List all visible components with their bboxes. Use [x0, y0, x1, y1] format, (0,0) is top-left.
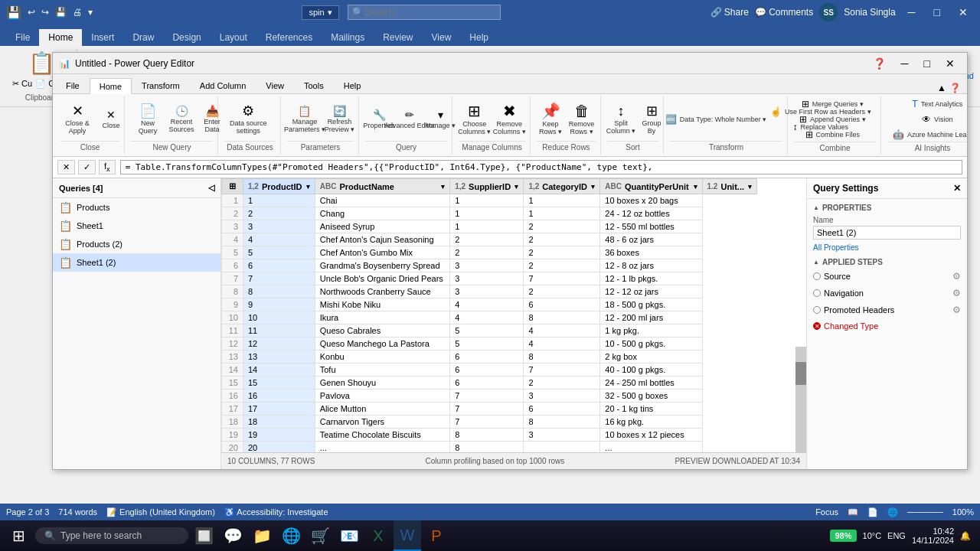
pq-minimize-btn[interactable]: ─ [895, 56, 915, 71]
queries-panel-collapse[interactable]: ◁ [208, 183, 214, 193]
fx-label[interactable]: fx [99, 160, 116, 174]
comments-btn[interactable]: 💬 Comments [755, 7, 813, 18]
group-by-btn[interactable]: ⊞ GroupBy [638, 102, 665, 137]
taskbar-explorer-btn[interactable]: 📁 [248, 520, 276, 551]
scroll-thumb[interactable] [795, 362, 806, 385]
pq-tab-help[interactable]: Help [334, 77, 371, 93]
categoryid-filter-btn[interactable]: ▾ [591, 183, 595, 191]
paste-btn[interactable]: 📋 [28, 51, 55, 76]
choose-columns-btn[interactable]: ⊞ ChooseColumns ▾ [459, 101, 491, 138]
save-btn[interactable]: 💾 [55, 7, 67, 18]
azure-ml-btn[interactable]: 🤖 Azure Machine Learning [887, 128, 967, 142]
new-query-btn[interactable]: 📄 NewQuery [131, 102, 165, 137]
col-header-productid[interactable]: 1,2 ProductID ▾ [243, 179, 315, 194]
supplierid-filter-btn[interactable]: ▾ [514, 183, 518, 191]
cancel-formula-btn[interactable]: ✕ [57, 160, 75, 174]
spin-dropdown-icon[interactable]: ▾ [328, 8, 332, 18]
word-tab-references[interactable]: References [256, 29, 322, 46]
split-column-btn[interactable]: ↕ SplitColumn ▾ [607, 102, 635, 137]
manage-btn[interactable]: ▾ Manage ▾ [426, 107, 454, 132]
table-selector-icon[interactable]: ⊞ [229, 181, 236, 191]
pq-tab-view[interactable]: View [256, 77, 294, 93]
query-item-products[interactable]: 📋 Products [53, 198, 220, 217]
col-header-categoryid[interactable]: 1,2 CategoryID ▾ [524, 179, 600, 194]
minimize-btn[interactable]: ─ [902, 0, 922, 24]
text-analytics-btn[interactable]: T Text Analytics [887, 97, 967, 111]
col-header-unitprice[interactable]: 1.2 Unit... ▾ [702, 179, 756, 194]
word-tab-view[interactable]: View [423, 29, 461, 46]
pq-ribbon-collapse[interactable]: ▲❓ [934, 83, 964, 93]
step-source-gear[interactable]: ⚙ [952, 271, 961, 282]
pq-maximize-btn[interactable]: □ [918, 56, 936, 71]
refresh-preview-btn[interactable]: 🔄 RefreshPreview ▾ [325, 103, 354, 135]
pq-tab-addcolumn[interactable]: Add Column [190, 77, 256, 93]
combine-files-btn[interactable]: ⊞ Combine Files [794, 128, 871, 142]
pq-close-btn[interactable]: ✕ [939, 56, 961, 71]
manage-parameters-btn[interactable]: 📋 ManageParameters ▾ [287, 103, 322, 135]
datatype-btn[interactable]: 🔤 Data Type: Whole Number ▾ [670, 112, 762, 126]
query-settings-close[interactable]: ✕ [953, 183, 961, 194]
taskbar-chat-btn[interactable]: 💬 [219, 520, 247, 551]
status-lang[interactable]: 📝 English (United Kingdom) [106, 507, 215, 517]
query-item-sheet1[interactable]: 📋 Sheet1 [53, 217, 220, 235]
step-changed-type[interactable]: ✕ Changed Type [807, 318, 967, 334]
name-prop-input[interactable] [813, 226, 961, 240]
word-tab-help[interactable]: Help [460, 29, 498, 46]
accept-formula-btn[interactable]: ✓ [78, 160, 96, 174]
customize-btn[interactable]: ▾ [88, 7, 93, 18]
taskbar-widget-btn[interactable]: 🔲 [190, 520, 217, 551]
datasource-settings-btn[interactable]: ⚙ Data sourcesettings [224, 102, 273, 137]
zoom-slider[interactable]: ────── [907, 507, 943, 517]
close-btn[interactable]: ✕ [952, 0, 974, 24]
word-tab-file[interactable]: File [6, 29, 39, 46]
word-tab-layout[interactable]: Layout [211, 29, 256, 46]
close-btn-ribbon[interactable]: ✕ Close [97, 107, 125, 132]
print-btn[interactable]: 🖨 [73, 7, 82, 18]
word-tab-insert[interactable]: Insert [82, 29, 123, 46]
step-promoted-headers[interactable]: Promoted Headers ⚙ [807, 302, 967, 318]
word-tab-mailings[interactable]: Mailings [322, 29, 374, 46]
query-item-sheet1-2[interactable]: 📋 Sheet1 (2) [53, 253, 220, 272]
advanced-editor-btn[interactable]: ✏ Advanced Editor [396, 107, 423, 132]
pq-help-btn[interactable]: ❓ [867, 56, 892, 71]
step-navigation-gear[interactable]: ⚙ [952, 288, 961, 298]
word-tab-home[interactable]: Home [39, 29, 82, 46]
taskbar-word-btn[interactable]: W [394, 520, 421, 551]
pq-grid-wrapper[interactable]: ⊞ 1,2 ProductID ▾ [221, 178, 806, 452]
close-apply-btn[interactable]: ✕ Close &Apply [60, 102, 94, 137]
keep-rows-btn[interactable]: 📌 KeepRows ▾ [537, 101, 564, 138]
pq-tab-home[interactable]: Home [90, 78, 132, 94]
col-header-supplierid[interactable]: 1,2 SupplierID ▾ [450, 179, 524, 194]
title-search-input[interactable] [348, 5, 501, 20]
word-tab-draw[interactable]: Draw [123, 29, 163, 46]
user-avatar[interactable]: SS [819, 3, 838, 21]
taskbar-clock[interactable]: 10:42 14/11/2024 [912, 527, 954, 545]
word-tab-review[interactable]: Review [374, 29, 422, 46]
step-source[interactable]: Source ⚙ [807, 268, 967, 285]
notification-btn[interactable]: 🔔 [960, 531, 971, 541]
taskbar-edge-btn[interactable]: 🌐 [277, 520, 305, 551]
remove-rows-btn[interactable]: 🗑 RemoveRows ▾ [567, 101, 596, 138]
remove-columns-btn[interactable]: ✖ RemoveColumns ▾ [494, 101, 526, 138]
web-view-icon[interactable]: 🌐 [887, 507, 898, 517]
taskbar-search[interactable]: 🔍 Type here to search [35, 527, 188, 544]
merge-queries-btn[interactable]: ⊞ Merge Queries ▾ [794, 97, 871, 111]
taskbar-powerpoint-btn[interactable]: P [423, 520, 450, 551]
taskbar-store-btn[interactable]: 🛒 [306, 520, 334, 551]
start-btn[interactable]: ⊞ [3, 520, 34, 551]
productid-filter-btn[interactable]: ▾ [306, 183, 310, 191]
taskbar-excel-btn[interactable]: X [364, 520, 392, 551]
all-props-link[interactable]: All Properties [807, 242, 967, 253]
append-queries-btn[interactable]: ⊞ Append Queries ▾ [794, 112, 871, 126]
col-header-quantityperunit[interactable]: ABC QuantityPerUnit ▾ [600, 179, 702, 194]
pq-tab-file[interactable]: File [56, 77, 90, 93]
recent-sources-btn[interactable]: 🕒 RecentSources [168, 103, 195, 135]
share-btn[interactable]: 🔗 Share [710, 7, 749, 18]
step-promoted-gear[interactable]: ⚙ [952, 305, 961, 315]
query-item-products2[interactable]: 📋 Products (2) [53, 235, 220, 253]
vision-btn[interactable]: 👁 Vision [887, 112, 967, 126]
print-view-icon[interactable]: 📄 [867, 507, 878, 517]
focus-btn[interactable]: Focus [815, 507, 838, 517]
pq-tab-transform[interactable]: Transform [132, 77, 190, 93]
vertical-scrollbar[interactable]: ▼ [795, 347, 806, 452]
